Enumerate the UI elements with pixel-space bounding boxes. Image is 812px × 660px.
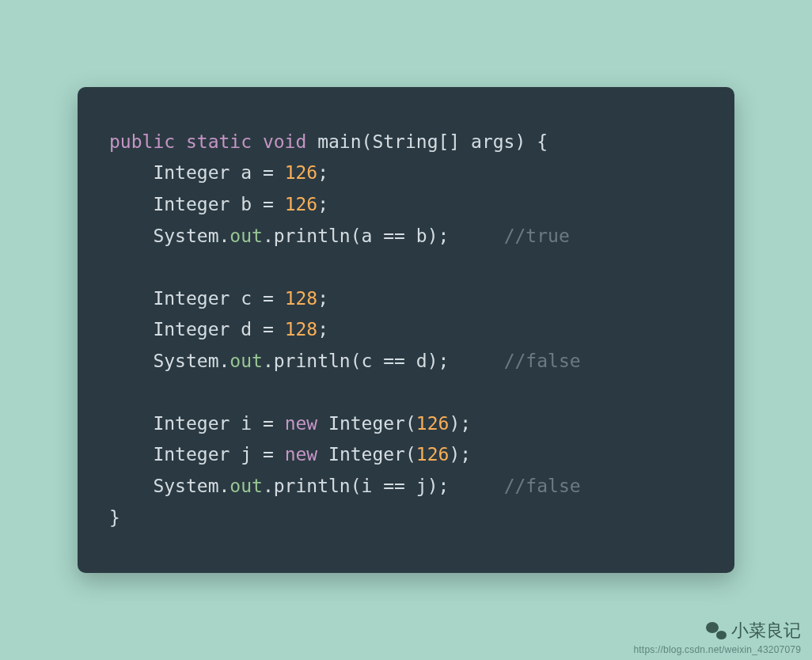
- id-d: d: [416, 351, 427, 371]
- num-128: 128: [285, 288, 318, 309]
- id-b: b: [416, 226, 427, 246]
- dot: .: [263, 226, 274, 246]
- code-card: public static void main(String[] args) {…: [78, 87, 734, 573]
- semi: ;: [460, 444, 471, 465]
- type-integer: Integer: [153, 162, 230, 183]
- type-integer: Integer: [153, 413, 230, 434]
- keyword-void: void: [263, 131, 306, 152]
- semi: ;: [317, 288, 328, 309]
- type-integer: Integer: [153, 194, 230, 214]
- semi: ;: [317, 194, 328, 214]
- watermark-title-row: 小菜良记: [633, 619, 801, 643]
- id-c: c: [362, 351, 373, 371]
- semi: ;: [438, 476, 450, 496]
- paren-open: (: [405, 413, 416, 434]
- dot: .: [218, 476, 230, 496]
- id-d: d: [241, 319, 252, 339]
- type-stringarr: String[]: [372, 131, 460, 152]
- keyword-static: static: [186, 131, 252, 152]
- eqeq: ==: [383, 476, 405, 496]
- paren-open: (: [351, 476, 362, 496]
- assign: =: [263, 288, 274, 309]
- assign: =: [263, 194, 274, 214]
- keyword-new: new: [285, 413, 318, 434]
- dot: .: [263, 476, 274, 496]
- dot: .: [218, 226, 230, 246]
- keyword-public: public: [109, 131, 175, 152]
- paren-open: (: [362, 131, 373, 152]
- watermark-url: https://blog.csdn.net/weixin_43207079: [633, 644, 801, 655]
- id-a: a: [241, 162, 252, 183]
- println: println: [274, 226, 351, 246]
- semi: ;: [460, 413, 471, 434]
- paren-close: ): [449, 444, 460, 465]
- system: System: [153, 351, 218, 371]
- id-j: j: [416, 476, 427, 496]
- type-integer: Integer: [153, 444, 230, 465]
- num-126: 126: [285, 194, 318, 214]
- num-126: 126: [416, 444, 450, 465]
- num-126: 126: [285, 162, 318, 183]
- comment-true: //true: [504, 226, 570, 246]
- semi: ;: [438, 226, 450, 246]
- id-a: a: [362, 226, 373, 246]
- wechat-icon: [706, 622, 727, 639]
- paren-open: (: [405, 444, 416, 465]
- brace-open: {: [537, 131, 548, 152]
- system: System: [153, 476, 218, 496]
- type-integer: Integer: [328, 413, 405, 434]
- assign: =: [263, 319, 274, 339]
- out: out: [230, 351, 263, 371]
- semi: ;: [438, 351, 450, 371]
- eqeq: ==: [383, 226, 405, 246]
- dot: .: [263, 351, 274, 371]
- paren-close: ): [427, 226, 438, 246]
- brace-close: }: [109, 507, 120, 528]
- semi: ;: [317, 162, 328, 183]
- comment-false: //false: [504, 351, 581, 371]
- fn-main: main: [317, 131, 361, 152]
- out: out: [230, 476, 263, 496]
- semi: ;: [317, 319, 328, 339]
- out: out: [230, 226, 263, 246]
- watermark-footer: 小菜良记 https://blog.csdn.net/weixin_432070…: [633, 619, 801, 655]
- assign: =: [263, 444, 274, 465]
- num-126: 126: [416, 413, 450, 434]
- dot: .: [218, 351, 230, 371]
- println: println: [274, 351, 351, 371]
- system: System: [153, 226, 218, 246]
- num-128: 128: [285, 319, 318, 339]
- eqeq: ==: [383, 351, 405, 371]
- id-i: i: [362, 476, 373, 496]
- watermark-title: 小菜良记: [731, 619, 801, 643]
- id-i: i: [241, 413, 252, 434]
- paren-close: ): [427, 351, 438, 371]
- id-c: c: [241, 288, 252, 309]
- comment-false: //false: [504, 476, 581, 496]
- assign: =: [263, 413, 274, 434]
- paren-close: ): [514, 131, 526, 152]
- assign: =: [263, 162, 274, 183]
- code-block: public static void main(String[] args) {…: [109, 127, 703, 533]
- paren-close: ): [427, 476, 438, 496]
- paren-open: (: [351, 226, 362, 246]
- type-integer: Integer: [328, 444, 405, 465]
- type-integer: Integer: [153, 288, 230, 309]
- id-j: j: [241, 444, 252, 465]
- id-args: args: [471, 131, 514, 152]
- paren-close: ): [449, 413, 460, 434]
- id-b: b: [241, 194, 252, 214]
- println: println: [274, 476, 351, 496]
- paren-open: (: [351, 351, 362, 371]
- keyword-new: new: [285, 444, 318, 465]
- type-integer: Integer: [153, 319, 230, 339]
